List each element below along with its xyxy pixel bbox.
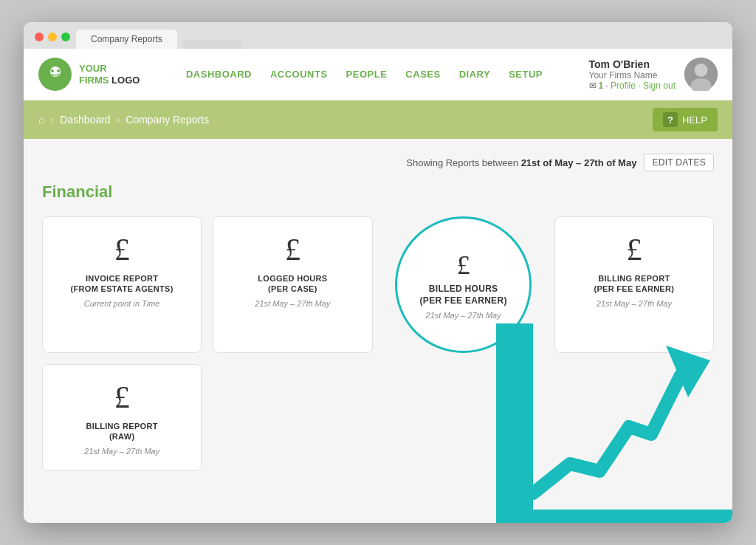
user-firm: Your Firms Name [589,70,676,80]
user-links: ✉ 1 · Profile · Sign out [589,80,676,91]
home-icon[interactable]: ⌂ [38,114,44,126]
help-button[interactable]: ? HELP [653,108,718,131]
user-name: Tom O'Brien [589,58,676,70]
card-subtitle-billing-fee: 21st May – 27th May [566,299,702,308]
svg-rect-8 [496,510,732,523]
question-mark-icon: ? [663,112,678,127]
user-area: Tom O'Brien Your Firms Name ✉ 1 · Profil… [589,58,718,91]
card-title-billed: BILLED HOURS(PER FEE EARNER) [420,284,507,306]
nav-setup[interactable]: SETUP [509,69,543,80]
minimize-button[interactable] [48,32,57,41]
card-title-invoice: INVOICE REPORT(FROM ESTATE AGENTS) [54,273,190,295]
report-card-billed[interactable]: £ BILLED HOURS(PER FEE EARNER) 21st May … [395,216,532,353]
pound-icon-billing-raw: £ [54,380,190,415]
nav-accounts[interactable]: ACCOUNTS [270,69,328,80]
main-content: Showing Reports between 21st of May – 27… [24,139,732,523]
report-card-invoice[interactable]: £ INVOICE REPORT(FROM ESTATE AGENTS) Cur… [42,216,202,353]
maximize-button[interactable] [61,32,70,41]
pound-icon-billed: £ [457,250,470,281]
nav-dashboard[interactable]: DASHBOARD [186,69,252,80]
pound-icon-invoice: £ [54,232,190,267]
browser-window: Company Reports YOURFIRMS LOGO [24,22,732,523]
report-card-logged[interactable]: £ LOGGED HOURS(PER CASE) 21st May – 27th… [213,216,372,353]
card-subtitle-invoice: Current point in Time [54,299,190,308]
traffic-lights [35,32,70,49]
main-nav: DASHBOARD ACCOUNTS PEOPLE CASES DIARY SE… [140,69,588,80]
nav-diary[interactable]: DIARY [459,69,490,80]
logo-icon [38,58,72,91]
browser-chrome: Company Reports [24,22,732,49]
card-subtitle-billed: 21st May – 27th May [426,311,501,320]
pound-icon-logged: £ [224,232,360,267]
date-range-label: Showing Reports between 21st of May – 27… [406,157,636,168]
logo-area: YOURFIRMS LOGO [38,58,140,91]
card-title-billing-raw: BILLING REPORT(RAW) [54,421,190,442]
svg-point-4 [695,64,708,77]
card-subtitle-billing-raw: 21st May – 27th May [54,447,190,456]
user-avatar [684,58,718,91]
card-highlighted-wrapper: £ BILLED HOURS(PER FEE EARNER) 21st May … [384,216,543,353]
cards-grid-row2: £ BILLING REPORT(RAW) 21st May – 27th Ma… [42,364,714,471]
cards-grid-row1: £ INVOICE REPORT(FROM ESTATE AGENTS) Cur… [42,216,714,353]
card-title-logged: LOGGED HOURS(PER CASE) [224,273,360,295]
report-card-billing-raw[interactable]: £ BILLING REPORT(RAW) 21st May – 27th Ma… [42,364,202,471]
svg-point-1 [51,69,54,72]
active-tab[interactable]: Company Reports [76,30,177,49]
app-body: YOURFIRMS LOGO DASHBOARD ACCOUNTS PEOPLE… [24,49,732,523]
card-subtitle-logged: 21st May – 27th May [224,299,360,308]
svg-point-2 [57,69,60,72]
report-card-billing-fee[interactable]: £ BILLING REPORT(PER FEE EARNER) 21st Ma… [554,216,714,353]
user-info: Tom O'Brien Your Firms Name ✉ 1 · Profil… [589,58,676,91]
reports-header: Showing Reports between 21st of May – 27… [42,154,714,171]
breadcrumb: ⌂ › Dashboard › Company Reports [38,114,209,126]
top-nav: YOURFIRMS LOGO DASHBOARD ACCOUNTS PEOPLE… [24,49,732,100]
pound-icon-billing-fee: £ [566,232,702,267]
profile-link[interactable]: Profile [611,80,636,91]
breadcrumb-dashboard[interactable]: Dashboard [60,114,111,126]
breadcrumb-bar: ⌂ › Dashboard › Company Reports ? HELP [24,100,732,139]
close-button[interactable] [35,32,44,41]
breadcrumb-current: Company Reports [126,114,209,126]
logo-text: YOURFIRMS LOGO [79,63,140,86]
nav-people[interactable]: PEOPLE [346,69,388,80]
edit-dates-button[interactable]: EDIT DATES [644,154,714,171]
card-title-billing-fee: BILLING REPORT(PER FEE EARNER) [566,273,702,295]
signout-link[interactable]: Sign out [643,80,676,91]
inactive-tab[interactable] [183,40,242,49]
nav-cases[interactable]: CASES [405,69,440,80]
section-title: Financial [42,182,714,202]
